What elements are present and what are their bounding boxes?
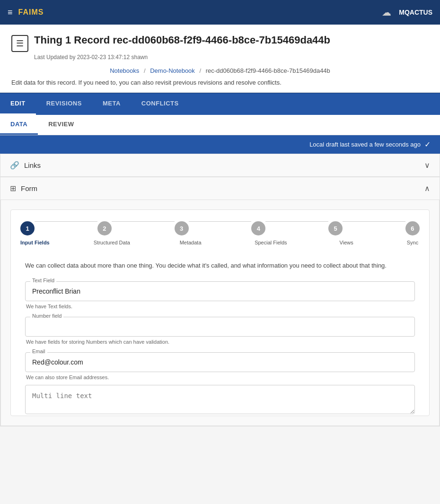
stepper-line-5-6 <box>343 221 405 222</box>
record-header: ☰ Thing 1 Record rec-dd060b68-f2f9-4466-… <box>11 34 429 52</box>
breadcrumb: Notebooks / Demo-Notebook / rec-dd060b68… <box>11 67 429 74</box>
breadcrumb-sep-2: / <box>199 67 201 74</box>
breadcrumb-notebooks-link[interactable]: Notebooks <box>110 67 139 74</box>
record-subtitle: Last Updated by 2023-02-23 13:47:12 shaw… <box>34 54 429 61</box>
stepper-step-1[interactable]: 1 <box>20 221 35 235</box>
accordion-form-header[interactable]: ⊞ Form ∧ <box>0 177 440 200</box>
email-field-label: Email <box>30 348 47 354</box>
breadcrumb-demo-notebook-link[interactable]: Demo-Notebook <box>150 67 195 74</box>
stepper-step-2[interactable]: 2 <box>97 221 112 235</box>
stepper-circle-4: 4 <box>251 221 265 235</box>
text-field-wrapper: Text Field <box>25 281 415 301</box>
record-icon: ☰ <box>11 35 28 52</box>
stepper-label-3: Metadata <box>180 240 202 245</box>
stepper-label-1: Input Fields <box>20 240 50 245</box>
email-field-hint: We can also store Email addresses. <box>26 374 415 380</box>
record-title: Thing 1 Record rec-dd060b68-f2f9-4466-b8… <box>34 34 330 46</box>
link-icon: 🔗 <box>10 161 19 170</box>
number-field-label: Number field <box>30 313 63 319</box>
text-field-label: Text Field <box>30 278 56 283</box>
stepper-circle-3: 3 <box>175 221 189 235</box>
draft-banner: Local draft last saved a few seconds ago… <box>0 135 440 154</box>
info-text: Edit data for this record. If you need t… <box>11 79 429 93</box>
draft-check-icon: ✓ <box>424 140 431 149</box>
user-label: MQACTUS <box>399 9 432 16</box>
stepper-label-2: Structured Data <box>94 240 130 245</box>
form-description: We can collect data about more than one … <box>20 252 420 274</box>
stepper-step-3[interactable]: 3 <box>175 221 189 235</box>
tabs-bar: EDIT REVISIONS META CONFLICTS <box>0 93 440 115</box>
stepper-line-2-3 <box>112 221 175 222</box>
multi-line-text-input[interactable] <box>25 385 415 414</box>
stepper-step-5[interactable]: 5 <box>328 221 343 235</box>
email-field-group: Email We can also store Email addresses. <box>25 352 415 380</box>
stepper-step-4[interactable]: 4 <box>251 221 265 235</box>
sub-tab-data[interactable]: DATA <box>0 115 38 135</box>
nav-left: ≡ FAIMS <box>8 8 44 17</box>
number-field-hint: We have fields for storing Numbers which… <box>26 339 415 345</box>
breadcrumb-current: rec-dd060b68-f2f9-4466-b8ce-7b15469da44b <box>206 67 330 74</box>
nav-right: ☁ MQACTUS <box>382 7 432 18</box>
logo: FAIMS <box>18 8 44 17</box>
accordion-links-header[interactable]: 🔗 Links ∨ <box>0 154 440 177</box>
number-field-wrapper: Number field <box>25 317 415 337</box>
stepper-step-6[interactable]: 6 <box>405 221 420 235</box>
text-field-input[interactable] <box>32 287 408 296</box>
accordion-form-arrow: ∧ <box>424 184 430 193</box>
page-content: ☰ Thing 1 Record rec-dd060b68-f2f9-4466-… <box>0 25 440 93</box>
number-field-input[interactable] <box>32 322 408 331</box>
stepper-circle-6: 6 <box>405 221 420 235</box>
logo-text: FAIMS <box>18 8 44 17</box>
accordion-links: 🔗 Links ∨ <box>0 154 440 177</box>
stepper-line-4-5 <box>265 221 328 222</box>
form-section: 1 2 3 4 5 <box>0 200 440 426</box>
stepper-label-5: Views <box>340 240 353 245</box>
accordion-form: ⊞ Form ∧ 1 2 3 <box>0 177 440 426</box>
number-field-group: Number field We have fields for storing … <box>25 317 415 345</box>
stepper-label-6: Sync <box>407 240 418 245</box>
accordion-links-label: Links <box>24 161 41 169</box>
stepper: 1 2 3 4 5 <box>10 209 430 416</box>
accordion-form-label: Form <box>21 184 37 192</box>
stepper-line-3-4 <box>189 221 252 222</box>
record-type-icon: ☰ <box>16 38 24 49</box>
tab-edit[interactable]: EDIT <box>0 93 36 115</box>
tab-revisions[interactable]: REVISIONS <box>36 93 92 115</box>
stepper-row: 1 2 3 4 5 <box>20 221 420 235</box>
draft-text: Local draft last saved a few seconds ago <box>309 141 421 148</box>
tab-meta[interactable]: META <box>92 93 131 115</box>
accordion-form-left: ⊞ Form <box>10 184 37 193</box>
stepper-circle-2: 2 <box>97 221 112 235</box>
accordion-links-arrow: ∨ <box>424 161 430 170</box>
hamburger-menu-icon[interactable]: ≡ <box>8 8 13 17</box>
stepper-line-1-2 <box>35 221 97 222</box>
sub-tab-review[interactable]: REVIEW <box>38 115 84 135</box>
stepper-circle-5: 5 <box>328 221 343 235</box>
email-field-wrapper: Email <box>25 352 415 372</box>
text-field-hint: We have Text fields. <box>26 304 415 309</box>
stepper-circle-1: 1 <box>20 221 35 235</box>
text-field-group: Text Field We have Text fields. <box>25 281 415 309</box>
form-icon: ⊞ <box>10 184 16 193</box>
accordion-links-left: 🔗 Links <box>10 161 41 170</box>
stepper-labels-row: Input Fields Structured Data Metadata Sp… <box>20 235 420 252</box>
top-navigation: ≡ FAIMS ☁ MQACTUS <box>0 0 440 25</box>
sub-tabs-bar: DATA REVIEW <box>0 115 440 135</box>
cloud-icon: ☁ <box>382 7 391 18</box>
email-field-input[interactable] <box>32 357 408 367</box>
breadcrumb-sep-1: / <box>144 67 146 74</box>
tab-conflicts[interactable]: CONFLICTS <box>131 93 189 115</box>
stepper-label-4: Special Fields <box>255 240 287 245</box>
